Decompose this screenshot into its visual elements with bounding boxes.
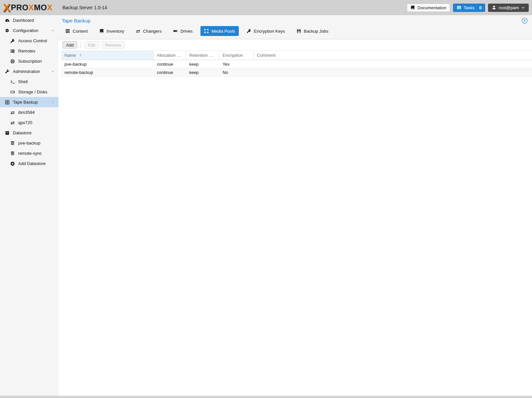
column-header-label: Encryption xyxy=(223,53,243,58)
documentation-button[interactable]: Documentation xyxy=(407,4,450,12)
tab-label: Encryption Keys xyxy=(254,29,285,34)
exchange-icon xyxy=(10,120,15,125)
sidebar-item-shell[interactable]: Shell xyxy=(0,77,58,87)
sidebar-item-administration[interactable]: Administration xyxy=(0,66,58,77)
sidebar-item-label: Add Datastore xyxy=(18,161,46,166)
sidebar-item-configuration[interactable]: Configuration xyxy=(0,25,58,36)
tasks-label: Tasks xyxy=(464,5,475,10)
edit-button[interactable]: Edit xyxy=(84,41,99,49)
tasks-button[interactable]: Tasks 0 xyxy=(453,4,485,12)
sidebar-item-remote-sync[interactable]: remote-sync xyxy=(0,148,58,158)
key-icon xyxy=(10,39,15,43)
tab-media-pools[interactable]: Media Pools xyxy=(200,26,239,36)
sidebar-item-label: Configuration xyxy=(13,28,38,33)
sidebar-item-tape-backup[interactable]: Tape Backup xyxy=(0,97,58,107)
book-icon xyxy=(99,29,104,33)
tab-content[interactable]: Content xyxy=(62,26,91,36)
exchange-icon xyxy=(136,29,140,33)
sidebar-item-pve-backup[interactable]: pve-backup xyxy=(0,138,58,148)
sidebar-item-datastore[interactable]: Datastore xyxy=(0,128,58,138)
cell-comment xyxy=(254,68,532,76)
tab-encryption-keys[interactable]: Encryption Keys xyxy=(243,26,289,36)
grid-header: NameAllocation …Retention …EncryptionCom… xyxy=(61,50,532,60)
caret-down-icon xyxy=(50,100,55,104)
column-header-retention[interactable]: Retention … xyxy=(186,51,219,60)
tab-bar: ContentInventoryChangersDrivesMedia Pool… xyxy=(62,26,529,36)
column-header-label: Name xyxy=(64,53,76,58)
sidebar-item-access-control[interactable]: Access Control xyxy=(0,36,58,46)
wrench-icon xyxy=(4,69,10,74)
sidebar-item-label: Shell xyxy=(18,79,28,84)
sidebar-item-subscription[interactable]: Subscription xyxy=(0,56,58,66)
cell-retention: keep xyxy=(186,68,219,76)
documentation-label: Documentation xyxy=(417,5,446,10)
object-group-icon xyxy=(204,29,209,33)
tab-changers[interactable]: Changers xyxy=(132,26,165,36)
column-header-comment[interactable]: Comment xyxy=(254,51,532,60)
media-pools-grid: NameAllocation …Retention …EncryptionCom… xyxy=(61,50,532,77)
sidebar-item-dashboard[interactable]: Dashboard xyxy=(0,15,58,25)
terminal-icon xyxy=(10,80,15,84)
sidebar-item-label: Storage / Disks xyxy=(18,89,47,94)
tab-label: Media Pools xyxy=(211,29,235,34)
toolbar: Add Edit Remove xyxy=(58,39,532,50)
app-title: Backup Server 1.0-14 xyxy=(62,5,107,10)
add-button[interactable]: Add xyxy=(62,41,77,49)
database-icon xyxy=(10,141,15,146)
tachometer-icon xyxy=(4,18,10,23)
tab-label: Inventory xyxy=(107,29,124,34)
topbar: XPROXMOX Backup Server 1.0-14 Documentat… xyxy=(0,0,532,15)
help-icon[interactable]: ? xyxy=(521,17,528,25)
column-header-name[interactable]: Name xyxy=(61,51,154,60)
box-icon xyxy=(4,131,10,135)
tab-backup-jobs[interactable]: Backup Jobs xyxy=(293,26,332,36)
table-row-pve-backup[interactable]: pve-backupcontinuekeepYes xyxy=(61,60,532,68)
column-header-label: Retention … xyxy=(189,53,213,58)
sidebar-item-remotes[interactable]: Remotes xyxy=(0,46,58,56)
plus-circle-icon xyxy=(10,161,15,166)
user-menu-button[interactable]: root@pam xyxy=(488,4,529,12)
sort-asc-icon xyxy=(78,53,83,57)
hdd-solid-icon xyxy=(173,29,178,33)
sidebar-item-label: Dashboard xyxy=(13,18,34,23)
sidebar-item-ibm3584[interactable]: ibm3584 xyxy=(0,107,58,117)
page-title: Tape Backup xyxy=(62,18,529,23)
cogs-icon xyxy=(4,28,10,33)
sidebar-item-label: remote-sync xyxy=(18,151,42,156)
tape-icon xyxy=(4,100,10,105)
tab-label: Backup Jobs xyxy=(304,29,328,34)
sidebar-item-label: Datastore xyxy=(13,130,31,135)
user-label: root@pam xyxy=(499,5,519,10)
column-header-allocation[interactable]: Allocation … xyxy=(154,51,186,60)
column-header-label: Allocation … xyxy=(157,53,181,58)
logo-text-segment: X xyxy=(47,4,53,12)
logo-text-segment: X xyxy=(28,4,34,12)
sidebar-item-label: Subscription xyxy=(18,59,42,64)
sidebar-item-qpx720[interactable]: qpx720 xyxy=(0,117,58,128)
sidebar-item-storage-disks[interactable]: Storage / Disks xyxy=(0,87,58,97)
logo-text-segment: X xyxy=(3,2,11,13)
sidebar-item-label: Administration xyxy=(13,69,40,74)
tasks-count-badge: 0 xyxy=(479,5,481,10)
sidebar-item-add-datastore[interactable]: Add Datastore xyxy=(0,158,58,169)
caret-down-icon xyxy=(50,29,55,32)
column-header-encryption[interactable]: Encryption xyxy=(219,51,254,60)
table-row-remote-backup[interactable]: remote-backupcontinuekeepNo xyxy=(61,68,532,77)
tab-label: Drives xyxy=(180,29,193,34)
tab-inventory[interactable]: Inventory xyxy=(96,26,128,36)
caret-down-icon xyxy=(50,70,55,73)
remove-button[interactable]: Remove xyxy=(102,41,125,49)
sidebar-item-label: qpx720 xyxy=(18,120,32,125)
cell-encryption: No xyxy=(219,68,254,76)
th-icon xyxy=(65,29,70,33)
sidebar-item-label: pve-backup xyxy=(18,141,40,146)
save-icon xyxy=(297,29,301,33)
content-header: Tape Backup ? ContentInventoryChangersDr… xyxy=(58,15,532,39)
toolbar-separator xyxy=(81,42,81,48)
tab-label: Changers xyxy=(143,29,161,34)
tab-drives[interactable]: Drives xyxy=(169,26,196,36)
cell-encryption: Yes xyxy=(219,60,254,68)
task-list-icon xyxy=(457,5,461,10)
logo-text-segment: MO xyxy=(34,4,47,12)
sidebar-item-label: Remotes xyxy=(18,49,35,53)
